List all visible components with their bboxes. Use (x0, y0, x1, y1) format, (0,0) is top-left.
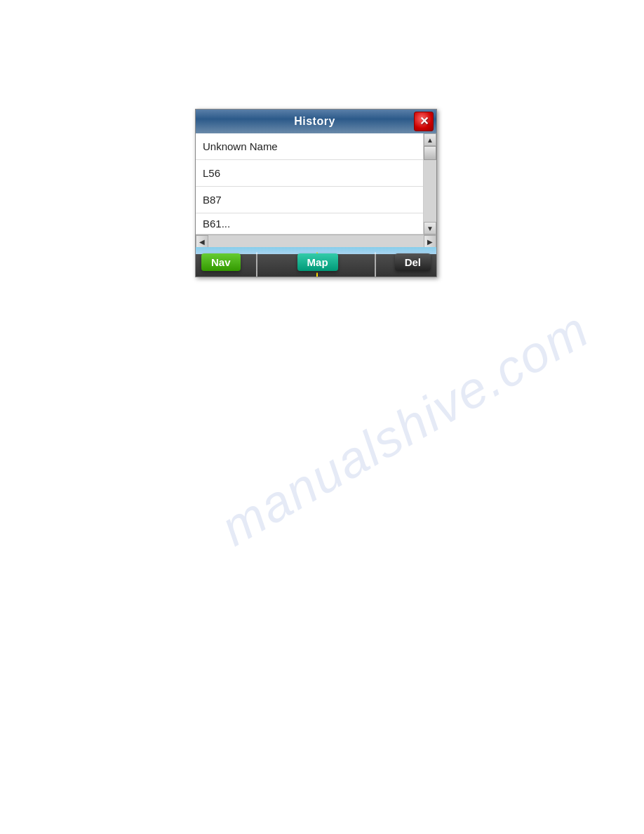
scroll-left-arrow[interactable]: ◀ (196, 235, 208, 248)
scroll-down-arrow[interactable]: ▼ (424, 222, 436, 234)
list-item[interactable]: Unknown Name (196, 133, 423, 160)
scroll-right-arrow[interactable]: ▶ (424, 235, 436, 248)
close-icon: ✕ (420, 116, 429, 127)
list-item[interactable]: B87 (196, 187, 423, 213)
h-scroll-track (208, 235, 424, 247)
nav-buttons: Nav Map Del (196, 247, 436, 277)
watermark: manualshive.com (211, 300, 598, 557)
vertical-scrollbar: ▲ ▼ (424, 133, 436, 234)
dialog-title: History (196, 115, 414, 128)
list-content: Unknown Name L56 B87 B61... (196, 133, 424, 234)
scroll-thumb[interactable] (424, 146, 436, 160)
scroll-up-arrow[interactable]: ▲ (424, 133, 436, 146)
map-button[interactable]: Map (297, 253, 338, 271)
list-area: Unknown Name L56 B87 B61... ▲ ▼ (196, 133, 436, 234)
horizontal-scrollbar: ◀ ▶ (196, 234, 436, 247)
del-button[interactable]: Del (395, 253, 431, 271)
list-item-partial[interactable]: B61... (196, 213, 423, 234)
nav-button[interactable]: Nav (201, 253, 241, 271)
close-button[interactable]: ✕ (414, 112, 434, 131)
nav-bar: Nav Map Del (196, 247, 436, 277)
scroll-track (424, 146, 436, 222)
list-item[interactable]: L56 (196, 160, 423, 187)
history-dialog: History ✕ Unknown Name L56 B87 B61... ▲ (195, 109, 437, 277)
title-bar: History ✕ (196, 110, 436, 133)
